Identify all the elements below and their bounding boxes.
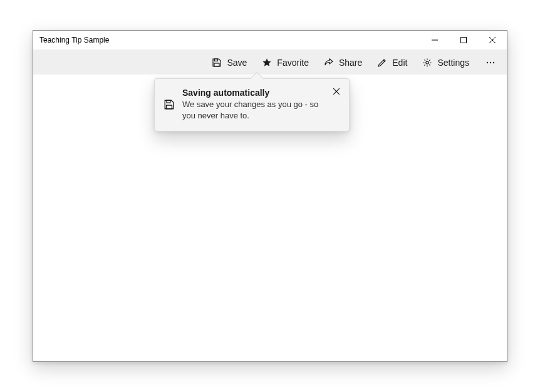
close-icon: [489, 37, 496, 43]
share-label: Share: [339, 58, 362, 68]
edit-button[interactable]: Edit: [371, 52, 413, 73]
svg-point-8: [487, 61, 488, 63]
settings-button[interactable]: Settings: [416, 52, 475, 73]
save-label: Save: [227, 58, 247, 68]
gear-icon: [422, 58, 432, 68]
edit-label: Edit: [392, 58, 407, 68]
more-icon: [485, 58, 496, 68]
teaching-tip-subtitle: We save your changes as you go - so you …: [182, 99, 328, 121]
share-button[interactable]: Share: [318, 52, 368, 73]
titlebar: Teaching Tip Sample: [33, 31, 507, 49]
maximize-button[interactable]: [449, 31, 478, 49]
teaching-tip: Saving automatically We save your change…: [154, 78, 350, 132]
more-button[interactable]: [478, 52, 503, 73]
settings-label: Settings: [437, 58, 469, 68]
save-icon: [212, 58, 222, 68]
teaching-tip-close-button[interactable]: [328, 83, 345, 100]
svg-rect-1: [461, 38, 467, 43]
window-title: Teaching Tip Sample: [39, 36, 109, 44]
pencil-icon: [377, 58, 387, 68]
svg-point-9: [490, 61, 491, 63]
svg-point-10: [493, 61, 494, 63]
command-bar: Save Favorite Share: [33, 49, 507, 75]
teaching-tip-title: Saving automatically: [182, 88, 328, 98]
save-button[interactable]: Save: [205, 52, 253, 73]
share-icon: [324, 58, 334, 68]
favorite-button[interactable]: Favorite: [256, 52, 315, 73]
svg-rect-14: [167, 105, 172, 109]
close-window-button[interactable]: [478, 31, 507, 49]
save-icon: [164, 99, 175, 110]
app-window: Teaching Tip Sample: [33, 30, 507, 362]
svg-rect-4: [215, 59, 218, 61]
minimize-icon: [432, 37, 438, 43]
favorite-label: Favorite: [277, 58, 309, 68]
svg-rect-5: [214, 63, 219, 66]
svg-rect-13: [167, 100, 170, 103]
close-icon: [333, 86, 340, 96]
window-controls: [420, 31, 507, 49]
star-icon: [262, 58, 272, 68]
minimize-button[interactable]: [420, 31, 449, 49]
maximize-icon: [460, 37, 467, 43]
svg-point-7: [426, 61, 428, 63]
